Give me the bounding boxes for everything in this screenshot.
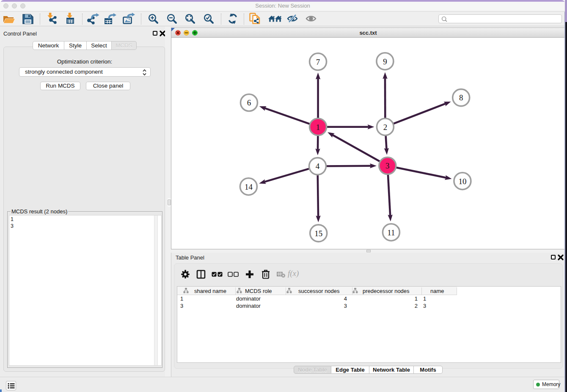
- svg-text:3: 3: [385, 161, 390, 170]
- svg-text:2: 2: [383, 123, 388, 132]
- svg-text:4: 4: [316, 162, 320, 171]
- svg-text:10: 10: [458, 177, 466, 186]
- svg-text:15: 15: [314, 229, 322, 238]
- svg-text:7: 7: [316, 58, 320, 66]
- svg-text:1: 1: [316, 123, 320, 132]
- svg-text:9: 9: [383, 57, 387, 66]
- svg-text:14: 14: [245, 182, 253, 191]
- svg-text:8: 8: [459, 93, 463, 102]
- svg-text:6: 6: [247, 98, 251, 107]
- svg-text:11: 11: [387, 228, 395, 237]
